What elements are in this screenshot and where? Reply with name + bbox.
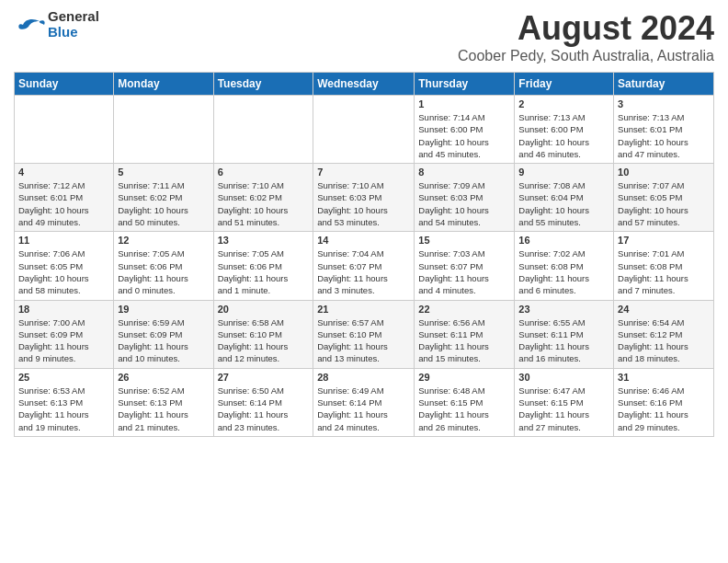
- day-number: 26: [118, 372, 209, 383]
- day-content: Sunrise: 7:05 AMSunset: 6:06 PMDaylight:…: [118, 247, 209, 296]
- calendar-cell: 29Sunrise: 6:48 AMSunset: 6:15 PMDayligh…: [415, 368, 515, 436]
- day-info-line: and 24 minutes.: [317, 422, 380, 432]
- day-info-line: Daylight: 10 hours: [418, 137, 489, 147]
- day-content: Sunrise: 6:53 AMSunset: 6:13 PMDaylight:…: [18, 385, 109, 433]
- title-section: August 2024 Coober Pedy, South Australia…: [458, 9, 714, 64]
- day-info-line: Sunset: 6:15 PM: [418, 397, 483, 408]
- day-info-line: and 53 minutes.: [317, 217, 380, 227]
- day-number: 25: [18, 372, 109, 383]
- col-wednesday: Wednesday: [313, 73, 415, 96]
- day-info-line: Daylight: 11 hours: [18, 409, 89, 419]
- day-info-line: Sunrise: 7:05 AM: [118, 248, 184, 259]
- page-subtitle: Coober Pedy, South Australia, Australia: [458, 48, 714, 64]
- day-info-line: Sunrise: 6:46 AM: [618, 385, 684, 396]
- day-info-line: Sunrise: 7:13 AM: [618, 112, 684, 122]
- day-info-line: Sunset: 6:06 PM: [118, 261, 182, 271]
- day-info-line: Sunset: 6:04 PM: [518, 192, 583, 202]
- calendar-cell: 26Sunrise: 6:52 AMSunset: 6:13 PMDayligh…: [114, 368, 213, 436]
- calendar-week-row: 4Sunrise: 7:12 AMSunset: 6:01 PMDaylight…: [15, 164, 714, 232]
- calendar-cell: 27Sunrise: 6:50 AMSunset: 6:14 PMDayligh…: [213, 368, 313, 436]
- col-monday: Monday: [114, 73, 213, 96]
- logo-bird-icon: [14, 12, 46, 38]
- calendar-cell: 11Sunrise: 7:06 AMSunset: 6:05 PMDayligh…: [15, 232, 114, 300]
- calendar-cell: 30Sunrise: 6:47 AMSunset: 6:15 PMDayligh…: [515, 368, 614, 436]
- day-content: Sunrise: 7:10 AMSunset: 6:03 PMDaylight:…: [317, 179, 410, 228]
- day-number: 10: [618, 167, 710, 178]
- day-info-line: Sunset: 6:00 PM: [418, 124, 483, 134]
- day-info-line: and 58 minutes.: [18, 285, 81, 295]
- day-number: 14: [317, 235, 410, 246]
- day-number: 7: [317, 167, 410, 178]
- page-title: August 2024: [458, 9, 714, 48]
- day-info-line: Sunrise: 6:48 AM: [418, 385, 484, 396]
- day-content: Sunrise: 6:59 AMSunset: 6:09 PMDaylight:…: [118, 316, 209, 365]
- day-info-line: Sunset: 6:11 PM: [518, 329, 583, 339]
- day-content: Sunrise: 6:49 AMSunset: 6:14 PMDaylight:…: [317, 385, 410, 433]
- day-info-line: Sunrise: 6:55 AM: [518, 317, 585, 327]
- calendar-cell: 10Sunrise: 7:07 AMSunset: 6:05 PMDayligh…: [614, 164, 714, 232]
- day-info-line: and 6 minutes.: [518, 285, 575, 295]
- day-number: 1: [418, 98, 510, 109]
- day-info-line: Sunrise: 7:00 AM: [18, 317, 85, 327]
- day-number: 15: [418, 235, 510, 246]
- day-info-line: Daylight: 11 hours: [317, 341, 388, 351]
- day-content: Sunrise: 6:56 AMSunset: 6:11 PMDaylight:…: [418, 316, 510, 365]
- day-content: Sunrise: 7:13 AMSunset: 6:01 PMDaylight:…: [618, 111, 710, 160]
- calendar-cell: 24Sunrise: 6:54 AMSunset: 6:12 PMDayligh…: [614, 300, 714, 368]
- day-info-line: Daylight: 11 hours: [418, 341, 489, 351]
- calendar-week-row: 25Sunrise: 6:53 AMSunset: 6:13 PMDayligh…: [15, 368, 714, 436]
- day-info-line: Daylight: 10 hours: [418, 205, 489, 215]
- day-info-line: and 0 minutes.: [118, 285, 175, 295]
- day-info-line: Sunset: 6:08 PM: [618, 261, 682, 271]
- calendar-cell: 31Sunrise: 6:46 AMSunset: 6:16 PMDayligh…: [614, 368, 714, 436]
- col-thursday: Thursday: [415, 73, 515, 96]
- day-info-line: and 3 minutes.: [317, 285, 374, 295]
- day-info-line: and 13 minutes.: [317, 353, 380, 363]
- day-number: 8: [418, 167, 510, 178]
- day-info-line: Daylight: 11 hours: [218, 409, 289, 419]
- day-content: Sunrise: 7:08 AMSunset: 6:04 PMDaylight:…: [518, 179, 609, 228]
- day-info-line: Sunrise: 6:47 AM: [518, 385, 585, 396]
- day-content: Sunrise: 7:13 AMSunset: 6:00 PMDaylight:…: [518, 111, 609, 160]
- day-info-line: and 47 minutes.: [618, 149, 680, 159]
- calendar-cell: 2Sunrise: 7:13 AMSunset: 6:00 PMDaylight…: [515, 96, 614, 164]
- day-info-line: Sunrise: 7:04 AM: [317, 248, 383, 259]
- day-info-line: Daylight: 10 hours: [618, 205, 688, 215]
- day-info-line: Sunrise: 7:10 AM: [317, 180, 383, 190]
- day-info-line: Sunrise: 7:14 AM: [418, 112, 484, 122]
- day-info-line: Daylight: 11 hours: [18, 341, 89, 351]
- day-info-line: Sunset: 6:03 PM: [418, 192, 483, 202]
- calendar-cell: 21Sunrise: 6:57 AMSunset: 6:10 PMDayligh…: [313, 300, 415, 368]
- day-info-line: and 57 minutes.: [618, 217, 680, 227]
- calendar-cell: 20Sunrise: 6:58 AMSunset: 6:10 PMDayligh…: [213, 300, 313, 368]
- day-info-line: and 27 minutes.: [518, 422, 581, 432]
- day-info-line: Sunset: 6:12 PM: [618, 329, 682, 339]
- day-content: Sunrise: 7:10 AMSunset: 6:02 PMDaylight:…: [218, 179, 310, 228]
- day-info-line: and 10 minutes.: [118, 353, 180, 363]
- calendar-cell: 5Sunrise: 7:11 AMSunset: 6:02 PMDaylight…: [114, 164, 213, 232]
- day-content: Sunrise: 7:01 AMSunset: 6:08 PMDaylight:…: [618, 247, 710, 296]
- day-info-line: Daylight: 11 hours: [418, 409, 489, 419]
- day-info-line: Daylight: 11 hours: [618, 273, 688, 283]
- day-info-line: and 18 minutes.: [618, 353, 680, 363]
- day-info-line: Daylight: 11 hours: [118, 273, 188, 283]
- day-info-line: Daylight: 10 hours: [518, 205, 589, 215]
- day-info-line: Sunset: 6:05 PM: [618, 192, 682, 202]
- day-info-line: Sunrise: 7:12 AM: [18, 180, 85, 190]
- day-content: Sunrise: 6:47 AMSunset: 6:15 PMDaylight:…: [518, 385, 609, 433]
- day-info-line: Sunrise: 6:57 AM: [317, 317, 383, 327]
- calendar-week-row: 11Sunrise: 7:06 AMSunset: 6:05 PMDayligh…: [15, 232, 714, 300]
- day-info-line: Daylight: 10 hours: [18, 205, 89, 215]
- day-content: Sunrise: 6:46 AMSunset: 6:16 PMDaylight:…: [618, 385, 710, 433]
- day-number: 29: [418, 372, 510, 383]
- calendar-cell: 3Sunrise: 7:13 AMSunset: 6:01 PMDaylight…: [614, 96, 714, 164]
- day-number: 30: [518, 372, 609, 383]
- day-info-line: and 46 minutes.: [518, 149, 581, 159]
- day-content: Sunrise: 7:07 AMSunset: 6:05 PMDaylight:…: [618, 179, 710, 228]
- calendar-cell: 6Sunrise: 7:10 AMSunset: 6:02 PMDaylight…: [213, 164, 313, 232]
- day-info-line: Sunrise: 7:01 AM: [618, 248, 684, 259]
- calendar-cell: 28Sunrise: 6:49 AMSunset: 6:14 PMDayligh…: [313, 368, 415, 436]
- day-content: Sunrise: 6:57 AMSunset: 6:10 PMDaylight:…: [317, 316, 410, 365]
- day-number: 4: [18, 167, 109, 178]
- day-number: 6: [218, 167, 310, 178]
